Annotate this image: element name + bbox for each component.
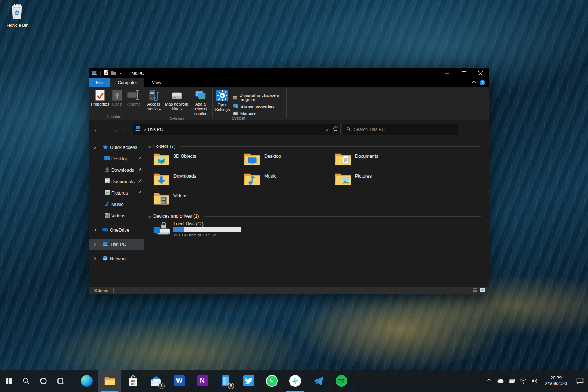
tray-wifi-icon[interactable] (517, 378, 529, 384)
minimize-button[interactable] (439, 68, 456, 78)
forward-icon[interactable]: → (101, 126, 111, 133)
taskbar-file-explorer-icon[interactable] (98, 370, 121, 392)
system-properties-button[interactable]: System properties (233, 104, 286, 109)
maximize-button[interactable] (456, 68, 472, 78)
onedrive-icon (102, 227, 108, 233)
qat-customize-caret[interactable] (119, 73, 122, 74)
taskbar-clock[interactable]: 20:39 24/09/2020 (540, 375, 572, 386)
drive-capacity-bar (173, 227, 241, 232)
taskbar-slack-icon[interactable] (283, 370, 306, 392)
sidebar-item-quick-access[interactable]: Quick access (89, 142, 144, 153)
qat-new-folder-icon[interactable] (111, 70, 116, 77)
network-expand-icon[interactable] (93, 257, 96, 260)
details-view-icon[interactable] (472, 288, 477, 293)
onedrive-expand-icon[interactable] (93, 229, 96, 231)
taskbar-your-phone-icon[interactable]: 8 (214, 370, 237, 392)
taskbar-word-icon[interactable]: W (168, 370, 191, 392)
sidebar-label: Pictures (111, 190, 128, 196)
sidebar-item-music[interactable]: Music (89, 199, 144, 210)
tray-volume-icon[interactable] (529, 378, 540, 384)
tile-documents[interactable]: Documents (334, 151, 425, 171)
taskbar-edge-icon[interactable] (75, 370, 98, 392)
tile-music[interactable]: Music (244, 171, 334, 191)
taskbar-onenote-icon[interactable]: N (191, 370, 214, 392)
tab-computer[interactable]: Computer (110, 78, 144, 87)
address-dropdown-icon[interactable] (326, 128, 328, 131)
recycle-bin-label: Recycle Bin (3, 23, 31, 28)
sidebar-item-downloads[interactable]: Downloads (89, 164, 144, 176)
section-collapse-icon[interactable] (148, 215, 151, 217)
system-tray: 20:39 24/09/2020 (483, 370, 588, 392)
map-network-drive-button[interactable]: Map network drive (165, 89, 189, 111)
tray-hidden-icons-chevron[interactable] (483, 379, 495, 382)
tile-videos[interactable]: Videos (153, 191, 244, 211)
sidebar-item-network[interactable]: Network (89, 253, 144, 264)
status-bar: 8 items (89, 287, 489, 294)
tile-local-disk-c[interactable]: Local Disk (C:) 201 GB free of 237 GB (153, 221, 248, 238)
up-icon[interactable]: ↑ (120, 126, 130, 133)
access-media-label: Access media (143, 102, 165, 111)
back-icon[interactable]: ← (92, 126, 101, 133)
access-media-button[interactable]: Access media (143, 89, 165, 111)
taskbar-twitter-icon[interactable] (237, 370, 260, 392)
this-pc-expand-icon[interactable] (93, 243, 96, 246)
help-icon[interactable]: ? (480, 80, 485, 85)
sidebar-label: Videos (111, 213, 125, 218)
cortana-button[interactable] (35, 370, 52, 392)
properties-button[interactable]: Properties (91, 89, 109, 107)
drive-used-fill (173, 227, 184, 232)
action-center-icon[interactable] (572, 378, 588, 384)
section-collapse-icon[interactable] (148, 145, 151, 147)
tile-downloads[interactable]: Downloads (153, 171, 244, 191)
tile-pictures[interactable]: Pictures (334, 171, 425, 191)
tile-3d-objects[interactable]: 3D Objects (153, 151, 244, 171)
search-input[interactable] (354, 127, 455, 132)
uninstall-program-button[interactable]: Uninstall or change a program (233, 93, 286, 102)
search-box[interactable] (343, 124, 458, 135)
tile-desktop[interactable]: Desktop (244, 151, 334, 171)
desktop: Recycle Bin This PC (0, 0, 588, 392)
close-button[interactable] (472, 68, 489, 78)
large-icons-view-icon[interactable] (480, 288, 485, 293)
recent-locations-icon[interactable] (111, 126, 120, 133)
taskbar-whatsapp-icon[interactable] (260, 370, 283, 392)
refresh-icon[interactable] (333, 126, 338, 133)
tab-view[interactable]: View (144, 78, 169, 87)
address-bar[interactable]: This PC (133, 124, 341, 135)
task-view-button[interactable] (52, 370, 69, 392)
rename-button[interactable]: Rename (125, 89, 141, 107)
section-folders[interactable]: Folders (7) (144, 144, 489, 149)
sidebar-item-desktop[interactable]: Desktop (89, 153, 144, 164)
sidebar-item-videos[interactable]: Videos (89, 210, 144, 221)
add-network-location-button[interactable]: Add a network location (189, 89, 212, 116)
manage-button[interactable]: Manage (233, 111, 286, 116)
minimize-ribbon-icon[interactable] (472, 81, 476, 85)
sidebar-item-onedrive[interactable]: OneDrive (89, 224, 144, 236)
start-button[interactable] (0, 370, 17, 392)
taskbar-spotify-icon[interactable] (330, 370, 353, 392)
recycle-bin-icon (9, 15, 25, 22)
sidebar-item-pictures[interactable]: Pictures (89, 187, 144, 199)
section-devices[interactable]: Devices and drives (1) (144, 214, 489, 219)
quick-access-expand-icon[interactable] (93, 146, 96, 149)
taskbar-search-button[interactable] (17, 370, 35, 392)
sidebar-item-documents[interactable]: Documents (89, 176, 144, 187)
recycle-bin-desktop-icon[interactable]: Recycle Bin (3, 3, 31, 28)
breadcrumb-chevron-icon[interactable] (143, 128, 146, 131)
sidebar-label: Desktop (111, 156, 128, 161)
open-settings-label: Open Settings (214, 103, 231, 112)
breadcrumb[interactable]: This PC (147, 127, 163, 132)
tray-battery-icon[interactable] (506, 379, 517, 383)
taskbar-telegram-icon[interactable] (306, 370, 330, 392)
section-title: Folders (7) (153, 144, 175, 149)
taskbar-store-icon[interactable] (121, 370, 144, 392)
open-button[interactable]: Open (109, 89, 125, 107)
tray-onedrive-icon[interactable] (495, 378, 506, 383)
taskbar-mail-icon[interactable]: 1 (144, 370, 168, 392)
open-settings-button[interactable]: Open Settings (214, 89, 231, 112)
title-bar[interactable]: This PC (89, 68, 489, 78)
sidebar-item-this-pc[interactable]: This PC (89, 239, 144, 250)
tile-label: Downloads (173, 171, 196, 191)
qat-properties-icon[interactable] (104, 70, 108, 77)
tab-file[interactable]: File (89, 78, 110, 87)
